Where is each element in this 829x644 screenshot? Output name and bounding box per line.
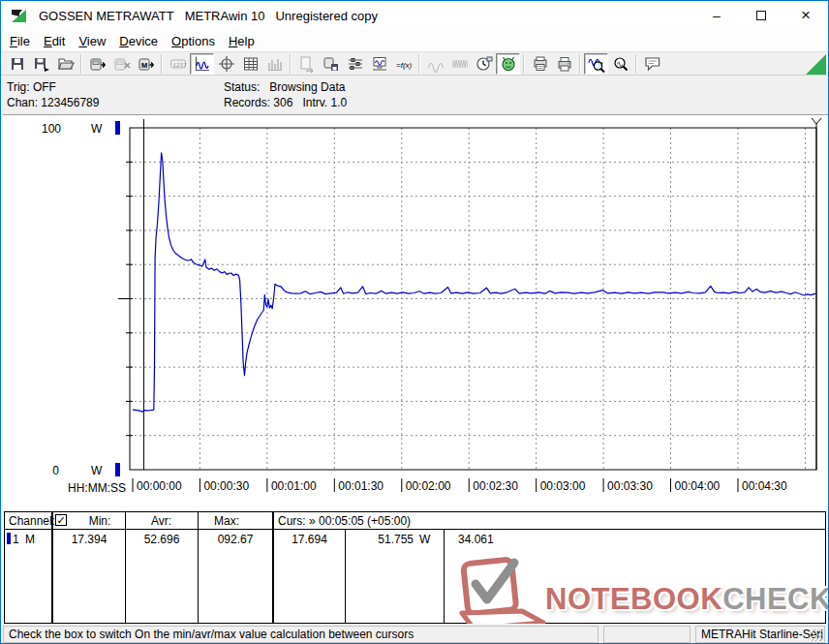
chart-panel: 100W0WHH:MM:SS00:00:0000:00:3000:01:0000…	[3, 114, 828, 511]
svg-text:00:01:30: 00:01:30	[338, 479, 384, 493]
value-cursor2-unit: W	[419, 533, 430, 546]
interval-clock-button[interactable]	[472, 53, 496, 75]
status-text: Status: Browsing Data	[224, 80, 345, 94]
col-header-avr: Avr:	[125, 514, 198, 528]
zoom-time-icon	[588, 55, 605, 73]
channel-settings-icon	[347, 55, 364, 73]
info-strip: Trig: OFF Chan: 123456789 Status: Browsi…	[1, 76, 828, 113]
axis-labels: 100W0WHH:MM:SS00:00:0000:00:3000:01:0000…	[42, 122, 787, 495]
app-window: GOSSEN METRAWATT METRAwin 10 Unregistere…	[0, 0, 829, 644]
maximize-button[interactable]	[739, 1, 783, 30]
save-icon	[9, 55, 26, 73]
device-memory-icon: M	[138, 55, 155, 73]
menu-item-edit[interactable]: Edit	[37, 31, 72, 51]
wave-coarse-button[interactable]	[423, 53, 447, 75]
value-cursor1: 17.694	[274, 533, 345, 546]
statusbar-middle	[603, 626, 691, 643]
menu-item-file[interactable]: File	[3, 31, 37, 51]
maximize-icon	[756, 11, 766, 20]
svg-text:HH:MM:SS: HH:MM:SS	[68, 481, 126, 495]
statusbar-hint: Check the box to switch On the min/avr/m…	[3, 626, 599, 643]
svg-text:=f(x): =f(x)	[396, 60, 413, 69]
trigger-icon	[500, 55, 517, 73]
svg-text:00:04:30: 00:04:30	[742, 479, 787, 493]
channel-list: Chan: 123456789	[7, 96, 99, 109]
menu-item-view[interactable]: View	[72, 31, 112, 51]
trend-chart[interactable]: 100W0WHH:MM:SS00:00:0000:00:3000:01:0000…	[3, 115, 828, 512]
trigger-button[interactable]	[496, 53, 520, 75]
export-button[interactable]	[294, 53, 319, 75]
cursor-crosshair-icon	[218, 55, 235, 73]
print-button[interactable]	[552, 53, 576, 75]
svg-text:00:03:30: 00:03:30	[607, 479, 653, 493]
trigger-status: Trig: OFF	[7, 80, 56, 94]
zoom-time-button[interactable]	[584, 53, 608, 75]
save-button[interactable]	[5, 53, 29, 75]
close-icon: ×	[801, 6, 811, 25]
pc-connection-button[interactable]	[367, 53, 391, 75]
title-brand: GOSSEN METRAWATT	[39, 9, 174, 23]
channel-marker-bottom	[115, 463, 120, 476]
save-as-icon	[33, 55, 50, 73]
svg-text:W: W	[91, 122, 103, 136]
status-bar: Check the box to switch On the min/avr/m…	[1, 624, 828, 644]
read-device-button[interactable]	[85, 53, 109, 75]
wave-fine-button[interactable]	[447, 53, 472, 75]
bar-graph-view-button[interactable]	[262, 53, 287, 75]
channel-marker-top	[115, 121, 120, 135]
records-text: Records: 306 Intrv. 1.0	[224, 96, 347, 109]
print-preview-icon	[532, 55, 549, 73]
device-memory-button[interactable]: M	[134, 53, 158, 75]
digital-display-icon: 1257	[169, 55, 187, 73]
svg-text:00:00:30: 00:00:30	[203, 479, 249, 493]
print-preview-button[interactable]	[528, 53, 552, 75]
minimize-icon: –	[713, 8, 721, 23]
title-bar: GOSSEN METRAWATT METRAwin 10 Unregistere…	[1, 1, 828, 30]
trend-view-button[interactable]	[190, 53, 214, 75]
svg-text:00:00:00: 00:00:00	[137, 479, 182, 493]
svg-text:100: 100	[42, 122, 61, 136]
statusbar-device-text: METRAHit Starline-Seri	[701, 628, 823, 641]
store-device-button[interactable]	[319, 53, 343, 75]
toolbar: M1257=f(x)	[1, 51, 828, 76]
annotation-icon	[644, 55, 661, 73]
zoom-amplitude-button[interactable]	[608, 53, 632, 75]
annotation-button[interactable]	[640, 53, 664, 75]
clear-device-button[interactable]	[109, 53, 134, 75]
toolbar-separator	[161, 54, 163, 74]
svg-text:00:02:30: 00:02:30	[473, 479, 518, 493]
minimize-button[interactable]: –	[694, 1, 739, 30]
svg-text:M: M	[141, 60, 147, 69]
menu-bar: FileEditViewDeviceOptionsHelp	[1, 30, 828, 51]
open-file-button[interactable]	[53, 53, 77, 75]
brand-triangle-icon	[806, 54, 826, 75]
formula-button[interactable]: =f(x)	[391, 53, 415, 75]
cursor-calc-checkbox[interactable]: ✓	[55, 514, 67, 526]
data-table-view-button[interactable]	[238, 53, 262, 75]
resize-grip[interactable]	[812, 629, 823, 641]
menu-item-options[interactable]: Options	[165, 31, 222, 51]
channel-mode: M	[25, 533, 35, 546]
pc-connection-icon	[371, 55, 388, 73]
trend-view-icon	[194, 55, 211, 73]
col-header-cursor: Curs: » 00:05:05 (+05:00)	[278, 514, 411, 528]
bar-graph-view-icon	[266, 55, 284, 73]
value-max: 092.67	[199, 533, 272, 546]
axis-ticks	[118, 162, 133, 435]
close-button[interactable]: ×	[783, 1, 828, 30]
digital-display-button[interactable]: 1257	[166, 53, 190, 75]
value-cursor-diff: 34.061	[458, 533, 494, 546]
print-icon	[556, 55, 573, 73]
svg-text:1257: 1257	[172, 61, 187, 68]
grid-lines	[130, 128, 816, 470]
export-icon	[298, 55, 316, 73]
toolbar-separator	[418, 54, 420, 74]
save-as-button[interactable]	[29, 53, 53, 75]
menu-item-help[interactable]: Help	[222, 31, 261, 51]
toolbar-separator	[80, 54, 82, 74]
cursor-crosshair-button[interactable]	[214, 53, 238, 75]
app-logo-icon	[11, 9, 27, 23]
menu-item-device[interactable]: Device	[112, 31, 165, 51]
checkmark-icon: ✓	[56, 514, 65, 526]
channel-settings-button[interactable]	[343, 53, 367, 75]
